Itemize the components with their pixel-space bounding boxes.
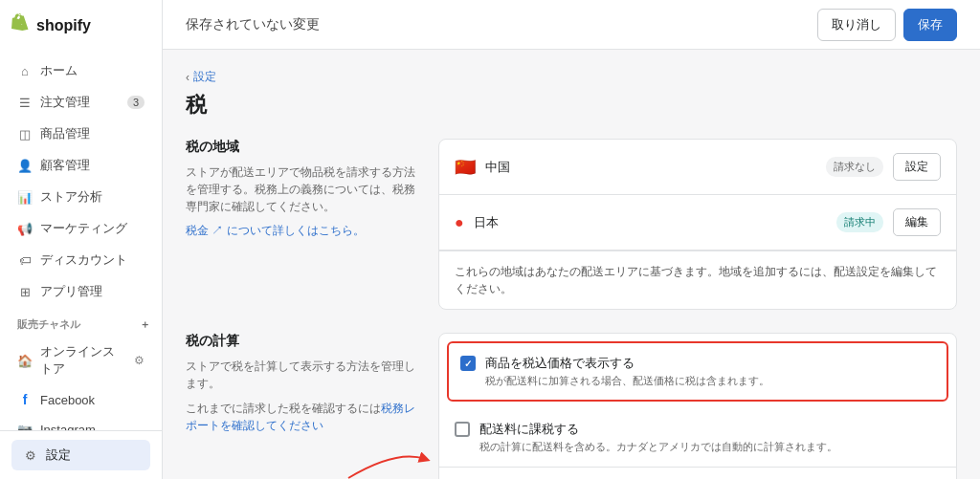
japan-flag-icon: ●	[455, 214, 464, 231]
section-title-regions: 税の地域	[186, 139, 415, 156]
sidebar-item-online-store[interactable]: 🏠 オンラインストア ⚙	[6, 337, 156, 384]
tax-regions-section: 税の地域 ストアが配送エリアで物品税を請求する方法を管理する。税務上の義務につい…	[186, 139, 957, 310]
online-store-icon: 🏠	[17, 353, 33, 368]
cancel-button[interactable]: 取り消し	[817, 9, 896, 41]
region-row-japan: ● 日本 請求中 編集	[439, 195, 956, 250]
japan-edit-button[interactable]: 編集	[893, 208, 941, 236]
tax-calc-card: 商品を税込価格で表示する 税が配送料に加算される場合、配送価格に税は含まれます。…	[438, 333, 957, 479]
home-icon: ⌂	[17, 63, 33, 78]
apps-icon: ⊞	[17, 284, 33, 299]
add-channel-icon[interactable]: ＋	[140, 317, 150, 332]
sidebar-item-label: ホーム	[40, 62, 78, 79]
sidebar-item-label: マーケティング	[40, 220, 127, 237]
topbar-title: 保存されていない変更	[186, 16, 320, 33]
sidebar-item-label: 注文管理	[40, 94, 90, 111]
topbar-actions: 取り消し 保存	[817, 9, 957, 41]
sidebar-item-instagram[interactable]: 📷 Instagram	[6, 415, 156, 430]
sidebar-item-label: ストア分析	[40, 188, 102, 206]
products-icon: ◫	[17, 126, 33, 142]
include-tax-label: 商品を税込価格で表示する	[485, 355, 935, 372]
content-area: ‹ 設定 税 税の地域 ストアが配送エリアで物品税を請求する方法を管理する。税務…	[163, 50, 980, 479]
breadcrumb-arrow: ‹	[186, 71, 189, 84]
china-settings-button[interactable]: 設定	[893, 153, 941, 181]
calc-item-digital-vat: デジタル商品にVATを課税する	[439, 468, 956, 479]
shopify-icon	[11, 13, 31, 37]
tax-learn-more-link[interactable]: 税金 ↗ について詳しくはこちら。	[186, 224, 365, 237]
region-note: これらの地域はあなたの配送エリアに基づきます。地域を追加するには、配送設定を編集…	[439, 250, 956, 309]
sidebar-item-label: アプリ管理	[40, 283, 102, 300]
tax-regions-card: 🇨🇳 中国 請求なし 設定 ● 日本 請求中 編集 これらの地域はあなたの配送エ…	[438, 139, 957, 310]
save-button[interactable]: 保存	[903, 9, 957, 41]
sidebar-item-label: 顧客管理	[40, 157, 90, 174]
china-region-name: 中国	[485, 159, 816, 176]
facebook-icon: f	[17, 392, 33, 407]
section-desc-calc: ストアで税を計算して表示する方法を管理します。	[186, 358, 415, 392]
section-title-calc: 税の計算	[186, 333, 415, 350]
instagram-icon: 📷	[17, 422, 33, 430]
sidebar-item-label: オンラインストア	[40, 343, 126, 378]
sidebar-item-settings[interactable]: ⚙ 設定	[11, 440, 150, 470]
sidebar-item-analytics[interactable]: 📊 ストア分析	[6, 182, 156, 212]
customers-icon: 👤	[17, 158, 33, 173]
shipping-tax-label: 配送料に課税する	[479, 421, 941, 438]
include-tax-text: 商品を税込価格で表示する 税が配送料に加算される場合、配送価格に税は含まれます。	[485, 355, 935, 388]
analytics-icon: 📊	[17, 189, 33, 205]
include-tax-checkbox[interactable]	[460, 356, 476, 371]
sidebar-item-label: Facebook	[40, 393, 95, 407]
china-flag-icon: 🇨🇳	[455, 157, 476, 178]
shipping-tax-text: 配送料に課税する 税の計算に配送料を含める。カナダとアメリカでは自動的に計算され…	[479, 421, 941, 454]
sidebar-item-label: 商品管理	[40, 125, 90, 142]
sales-channels-section: 販売チャネル ＋	[0, 308, 162, 336]
sidebar-logo: shopify	[0, 0, 162, 51]
marketing-icon: 📢	[17, 221, 33, 236]
annotation-arrow-svg	[339, 440, 434, 479]
sidebar-item-facebook[interactable]: f Facebook	[6, 385, 156, 414]
sidebar-item-marketing[interactable]: 📢 マーケティング	[6, 213, 156, 244]
shipping-tax-checkbox[interactable]	[455, 422, 470, 437]
section-report-link: これまでに請求した税を確認するには税務レポートを確認してください	[186, 400, 415, 434]
sidebar-item-label: ディスカウント	[40, 251, 127, 269]
annotation-container	[186, 449, 415, 479]
tax-calc-section: 税の計算 ストアで税を計算して表示する方法を管理します。 これまでに請求した税を…	[186, 333, 957, 479]
sidebar-item-discounts[interactable]: 🏷 ディスカウント	[6, 245, 156, 275]
section-left-regions: 税の地域 ストアが配送エリアで物品税を請求する方法を管理する。税務上の義務につい…	[186, 139, 415, 310]
orders-icon: ☰	[17, 95, 33, 110]
shipping-tax-desc: 税の計算に配送料を含める。カナダとアメリカでは自動的に計算されます。	[479, 440, 941, 454]
sidebar-item-orders[interactable]: ☰ 注文管理 3	[6, 87, 156, 118]
discounts-icon: 🏷	[17, 252, 33, 268]
region-row-china: 🇨🇳 中国 請求なし 設定	[439, 140, 956, 195]
sidebar-nav: ⌂ ホーム ☰ 注文管理 3 ◫ 商品管理 👤 顧客管理 📊 ストア分析 📢 マ…	[0, 51, 162, 430]
tax-report-link[interactable]: 税務レポートを確認してください	[186, 402, 415, 432]
sidebar: shopify ⌂ ホーム ☰ 注文管理 3 ◫ 商品管理 👤 顧客管理 📊 ス…	[0, 0, 163, 479]
online-store-settings-icon[interactable]: ⚙	[134, 354, 145, 367]
settings-icon: ⚙	[23, 447, 38, 463]
orders-badge: 3	[127, 96, 145, 109]
include-tax-desc: 税が配送料に加算される場合、配送価格に税は含まれます。	[485, 374, 935, 388]
section-desc-regions: ストアが配送エリアで物品税を請求する方法を管理する。税務上の義務については、税務…	[186, 163, 415, 215]
sidebar-item-apps[interactable]: ⊞ アプリ管理	[6, 276, 156, 307]
sidebar-bottom: ⚙ 設定	[0, 430, 162, 479]
sidebar-item-home[interactable]: ⌂ ホーム	[6, 55, 156, 86]
logo-text: shopify	[36, 17, 91, 34]
breadcrumb: ‹ 設定	[186, 69, 957, 85]
topbar: 保存されていない変更 取り消し 保存	[163, 0, 980, 50]
sidebar-item-products[interactable]: ◫ 商品管理	[6, 119, 156, 149]
china-status-badge: 請求なし	[826, 157, 883, 177]
main-area: 保存されていない変更 取り消し 保存 ‹ 設定 税 税の地域 ストアが配送エリア…	[163, 0, 980, 479]
section-left-calc: 税の計算 ストアで税を計算して表示する方法を管理します。 これまでに請求した税を…	[186, 333, 415, 479]
sidebar-item-label: 設定	[46, 446, 71, 464]
japan-region-name: 日本	[474, 214, 827, 231]
sidebar-item-customers[interactable]: 👤 顧客管理	[6, 150, 156, 181]
japan-status-badge: 請求中	[836, 212, 883, 232]
calc-item-shipping-tax: 配送料に課税する 税の計算に配送料を含める。カナダとアメリカでは自動的に計算され…	[439, 409, 956, 467]
calc-item-include-tax: 商品を税込価格で表示する 税が配送料に加算される場合、配送価格に税は含まれます。	[447, 341, 948, 402]
page-title: 税	[186, 91, 957, 120]
sidebar-item-label: Instagram	[40, 423, 96, 431]
breadcrumb-parent[interactable]: 設定	[193, 69, 216, 85]
